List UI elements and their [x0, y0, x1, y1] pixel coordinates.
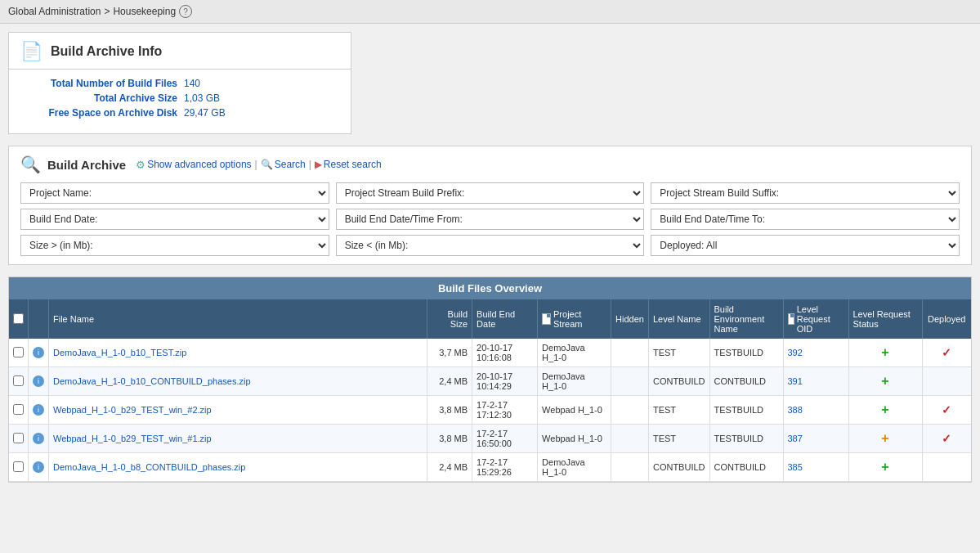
stream-suffix-select[interactable]: Project Stream Build Suffix: — [651, 182, 960, 204]
oid-col-icon — [788, 313, 794, 325]
total-files-label: Total Number of Build Files — [20, 78, 184, 89]
info-icon[interactable]: i — [33, 347, 44, 358]
row-filename: Webpad_H_1-0_b29_TEST_win_#1.zip — [49, 425, 427, 453]
show-advanced-link[interactable]: ⚙ Show advanced options — [136, 159, 251, 171]
row-deployed: ✓ — [922, 425, 971, 453]
filename-link[interactable]: DemoJava_H_1-0_b10_CONTBUILD_phases.zip — [53, 376, 251, 386]
filename-link[interactable]: Webpad_H_1-0_b29_TEST_win_#2.zip — [53, 405, 212, 415]
search-icon: 🔍 — [20, 155, 41, 174]
reset-search-link[interactable]: ▶ Reset search — [315, 159, 382, 170]
row-checkbox[interactable] — [13, 461, 24, 472]
th-size: Build Size — [427, 299, 472, 339]
row-req-status: + — [848, 425, 922, 453]
row-deployed: ✓ — [922, 396, 971, 425]
build-end-from-select[interactable]: Build End Date/Time From: — [336, 209, 645, 230]
table-header-row: File Name Build Size Build End Date Proj… — [9, 299, 971, 339]
row-checkbox-cell — [9, 339, 29, 367]
row-date: 20-10-17 10:14:29 — [472, 367, 538, 396]
row-info-cell: i — [29, 453, 49, 482]
row-hidden — [611, 367, 649, 396]
archive-size-label: Total Archive Size — [20, 92, 184, 104]
row-stream: DemoJava H_1-0 — [538, 453, 611, 482]
breadcrumb-global-admin[interactable]: Global Administration — [8, 6, 101, 17]
row-req-status: + — [848, 396, 922, 425]
row-oid: 385 — [783, 453, 848, 482]
row-date: 20-10-17 10:16:08 — [472, 339, 538, 367]
info-icon[interactable]: i — [33, 433, 44, 444]
project-name-select[interactable]: Project Name: — [20, 182, 329, 204]
row-hidden — [611, 425, 649, 453]
info-icon[interactable]: i — [33, 404, 44, 416]
th-info — [29, 299, 49, 339]
size-lt-select[interactable]: Size < (in Mb): — [336, 235, 645, 256]
row-deployed — [922, 367, 971, 396]
row-level: CONTBUILD — [648, 453, 709, 482]
document-icon: 📄 — [20, 41, 43, 62]
oid-link[interactable]: 385 — [788, 462, 803, 472]
table-panel: Build Files Overview File Name Build Siz… — [8, 276, 972, 483]
row-info-cell: i — [29, 367, 49, 396]
oid-link[interactable]: 392 — [788, 348, 803, 357]
row-req-status: + — [848, 367, 922, 396]
row-req-status: + — [848, 453, 922, 482]
build-end-to-select[interactable]: Build End Date/Time To: — [651, 209, 960, 230]
row-checkbox[interactable] — [13, 375, 24, 386]
table-row: iDemoJava_H_1-0_b8_CONTBUILD_phases.zip2… — [9, 453, 971, 482]
row-size: 2,4 MB — [427, 453, 472, 482]
th-level: Level Name — [648, 299, 709, 339]
check-red-icon: ✓ — [942, 432, 951, 445]
info-panel: 📄 Build Archive Info Total Number of Bui… — [8, 32, 351, 134]
row-date: 17-2-17 15:29:26 — [472, 453, 538, 482]
search-panel: 🔍 Build Archive ⚙ Show advanced options … — [8, 146, 972, 265]
filter-row-1: Project Name: Project Stream Build Prefi… — [20, 182, 960, 204]
row-deployed: ✓ — [922, 339, 971, 367]
row-hidden — [611, 396, 649, 425]
row-info-cell: i — [29, 425, 49, 453]
row-size: 3,8 MB — [427, 396, 472, 425]
help-icon[interactable]: ? — [179, 5, 192, 18]
stream-prefix-select[interactable]: Project Stream Build Prefix: — [336, 182, 645, 204]
row-info-cell: i — [29, 339, 49, 367]
build-end-date-select[interactable]: Build End Date: — [20, 209, 329, 230]
row-checkbox-cell — [9, 367, 29, 396]
search-link[interactable]: 🔍 Search — [261, 159, 306, 170]
check-red-icon: ✓ — [942, 403, 951, 416]
row-env: TESTBUILD — [709, 425, 783, 453]
row-size: 2,4 MB — [427, 367, 472, 396]
check-red-icon: ✓ — [942, 346, 951, 359]
filter-row-2: Build End Date: Build End Date/Time From… — [20, 209, 960, 230]
row-oid: 388 — [783, 396, 848, 425]
filename-link[interactable]: Webpad_H_1-0_b29_TEST_win_#1.zip — [53, 434, 212, 443]
row-level: TEST — [648, 396, 709, 425]
row-level: TEST — [648, 425, 709, 453]
reset-icon: ▶ — [315, 159, 322, 170]
row-checkbox-cell — [9, 396, 29, 425]
oid-link[interactable]: 387 — [788, 434, 803, 443]
row-checkbox[interactable] — [13, 433, 24, 443]
oid-link[interactable]: 388 — [788, 405, 803, 415]
row-env: CONTBUILD — [709, 367, 783, 396]
oid-link[interactable]: 391 — [788, 376, 803, 386]
size-gt-select[interactable]: Size > (in Mb): — [20, 235, 329, 256]
advanced-options-icon: ⚙ — [136, 159, 145, 171]
row-checkbox[interactable] — [13, 347, 24, 357]
info-icon[interactable]: i — [33, 375, 44, 387]
row-checkbox[interactable] — [13, 404, 24, 415]
deployed-select[interactable]: Deployed: All — [651, 235, 960, 256]
plus-green-icon: + — [881, 402, 888, 416]
search-panel-header: 🔍 Build Archive ⚙ Show advanced options … — [20, 155, 960, 174]
plus-green-icon: + — [881, 345, 888, 359]
row-stream: DemoJava H_1-0 — [538, 339, 611, 367]
breadcrumb: Global Administration > Housekeeping ? — [0, 0, 980, 24]
table-row: iWebpad_H_1-0_b29_TEST_win_#1.zip3,8 MB1… — [9, 425, 971, 453]
filename-link[interactable]: DemoJava_H_1-0_b10_TEST.zip — [53, 348, 186, 357]
select-all-checkbox[interactable] — [13, 313, 24, 324]
filename-link[interactable]: DemoJava_H_1-0_b8_CONTBUILD_phases.zip — [53, 462, 245, 472]
th-date: Build End Date — [472, 299, 538, 339]
table-row: iDemoJava_H_1-0_b10_TEST.zip3,7 MB20-10-… — [9, 339, 971, 367]
info-icon[interactable]: i — [33, 461, 44, 473]
row-oid: 387 — [783, 425, 848, 453]
row-date: 17-2-17 16:50:00 — [472, 425, 538, 453]
row-stream: DemoJava H_1-0 — [538, 367, 611, 396]
row-size: 3,7 MB — [427, 339, 472, 367]
